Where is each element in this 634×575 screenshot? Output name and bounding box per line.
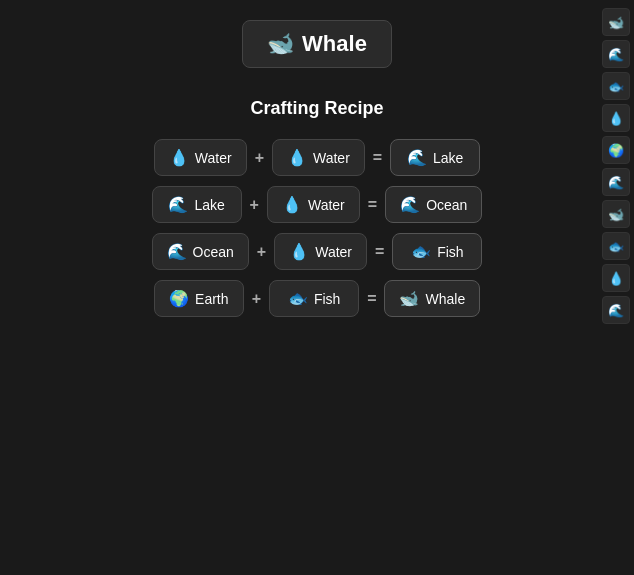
sidebar-item-9[interactable]: 🌊 xyxy=(602,296,630,324)
element-icon: 💧 xyxy=(169,148,189,167)
sidebar: 🐋🌊🐟💧🌍🌊🐋🐟💧🌊 xyxy=(598,0,634,575)
element-icon: 🌊 xyxy=(407,148,427,167)
element-icon: 🌊 xyxy=(168,195,188,214)
element-label: Whale xyxy=(425,291,465,307)
sidebar-icon-3: 💧 xyxy=(608,111,624,126)
element-label: Fish xyxy=(314,291,340,307)
equals-operator: = xyxy=(367,290,376,308)
sidebar-icon-4: 🌍 xyxy=(608,143,624,158)
element-input2-row1[interactable]: 💧Water xyxy=(272,139,365,176)
equals-operator: = xyxy=(373,149,382,167)
element-input1-row4[interactable]: 🌍Earth xyxy=(154,280,244,317)
sidebar-icon-0: 🐋 xyxy=(608,15,624,30)
element-result-row1[interactable]: 🌊Lake xyxy=(390,139,480,176)
element-result-row2[interactable]: 🌊Ocean xyxy=(385,186,482,223)
recipe-row-row1: 💧Water+💧Water=🌊Lake xyxy=(154,139,480,176)
element-icon: 🌊 xyxy=(167,242,187,261)
recipe-row-row3: 🌊Ocean+💧Water=🐟Fish xyxy=(152,233,483,270)
sidebar-item-3[interactable]: 💧 xyxy=(602,104,630,132)
plus-operator: + xyxy=(250,196,259,214)
plus-operator: + xyxy=(252,290,261,308)
sidebar-icon-6: 🐋 xyxy=(608,207,624,222)
recipe-row-row4: 🌍Earth+🐟Fish=🐋Whale xyxy=(154,280,480,317)
sidebar-item-8[interactable]: 💧 xyxy=(602,264,630,292)
element-icon: 🐋 xyxy=(399,289,419,308)
element-label: Ocean xyxy=(193,244,234,260)
sidebar-icon-5: 🌊 xyxy=(608,175,624,190)
sidebar-item-1[interactable]: 🌊 xyxy=(602,40,630,68)
equals-operator: = xyxy=(375,243,384,261)
recipe-row-row2: 🌊Lake+💧Water=🌊Ocean xyxy=(152,186,483,223)
element-input1-row3[interactable]: 🌊Ocean xyxy=(152,233,249,270)
main-container: 🐋 Whale Crafting Recipe 💧Water+💧Water=🌊L… xyxy=(0,0,634,575)
element-icon: 🐟 xyxy=(411,242,431,261)
element-label: Water xyxy=(313,150,350,166)
element-input1-row2[interactable]: 🌊Lake xyxy=(152,186,242,223)
element-label: Lake xyxy=(194,197,224,213)
element-label: Lake xyxy=(433,150,463,166)
element-label: Ocean xyxy=(426,197,467,213)
sidebar-item-0[interactable]: 🐋 xyxy=(602,8,630,36)
element-input2-row2[interactable]: 💧Water xyxy=(267,186,360,223)
title-text: Whale xyxy=(302,31,367,57)
element-icon: 🐟 xyxy=(288,289,308,308)
element-icon: 💧 xyxy=(287,148,307,167)
sidebar-icon-7: 🐟 xyxy=(608,239,624,254)
element-result-row3[interactable]: 🐟Fish xyxy=(392,233,482,270)
sidebar-item-4[interactable]: 🌍 xyxy=(602,136,630,164)
sidebar-icon-2: 🐟 xyxy=(608,79,624,94)
plus-operator: + xyxy=(255,149,264,167)
recipe-container: 💧Water+💧Water=🌊Lake🌊Lake+💧Water=🌊Ocean🌊O… xyxy=(152,139,483,317)
element-label: Water xyxy=(195,150,232,166)
element-icon: 💧 xyxy=(282,195,302,214)
element-input1-row1[interactable]: 💧Water xyxy=(154,139,247,176)
element-result-row4[interactable]: 🐋Whale xyxy=(384,280,480,317)
sidebar-item-7[interactable]: 🐟 xyxy=(602,232,630,260)
sidebar-item-5[interactable]: 🌊 xyxy=(602,168,630,196)
sidebar-item-2[interactable]: 🐟 xyxy=(602,72,630,100)
sidebar-item-6[interactable]: 🐋 xyxy=(602,200,630,228)
element-input2-row4[interactable]: 🐟Fish xyxy=(269,280,359,317)
element-icon: 🌊 xyxy=(400,195,420,214)
element-label: Fish xyxy=(437,244,463,260)
crafting-title: Crafting Recipe xyxy=(250,98,383,119)
sidebar-icon-8: 💧 xyxy=(608,271,624,286)
title-icon: 🐋 xyxy=(267,31,294,57)
element-input2-row3[interactable]: 💧Water xyxy=(274,233,367,270)
sidebar-icon-9: 🌊 xyxy=(608,303,624,318)
element-label: Earth xyxy=(195,291,228,307)
equals-operator: = xyxy=(368,196,377,214)
plus-operator: + xyxy=(257,243,266,261)
title-badge: 🐋 Whale xyxy=(242,20,392,68)
element-label: Water xyxy=(308,197,345,213)
element-icon: 💧 xyxy=(289,242,309,261)
sidebar-icon-1: 🌊 xyxy=(608,47,624,62)
element-label: Water xyxy=(315,244,352,260)
element-icon: 🌍 xyxy=(169,289,189,308)
